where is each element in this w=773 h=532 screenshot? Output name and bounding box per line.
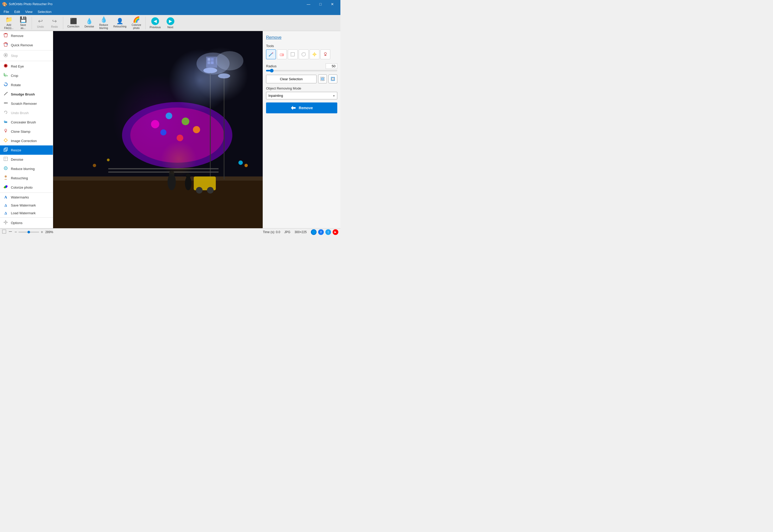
menu-item-quick-remove[interactable]: Quick Remove <box>0 40 53 50</box>
svg-rect-44 <box>53 31 263 228</box>
denoise-tool-button[interactable]: 💧 Denoise <box>82 17 96 29</box>
add-files-button[interactable]: 📁 AddFile(s)... <box>2 15 16 31</box>
menu-item-options[interactable]: Options <box>0 218 53 227</box>
correction-tool-button[interactable]: ⬛ Correction <box>65 17 81 29</box>
app-icon: 🎨 <box>2 2 7 7</box>
clone-menu-icon <box>3 129 8 134</box>
facebook-icon[interactable]: f <box>318 229 324 235</box>
radius-input[interactable] <box>326 63 337 69</box>
menu-item-undo-brush[interactable]: Undo Brush <box>0 108 53 117</box>
radius-slider-thumb[interactable] <box>270 69 274 72</box>
svg-rect-65 <box>108 168 219 169</box>
menu-item-clone[interactable]: Clone Stamp <box>0 127 53 136</box>
svg-point-46 <box>216 51 243 71</box>
canvas-area[interactable] <box>53 31 263 228</box>
reduce-blurring-tool-button[interactable]: 💧 Reduceblurring <box>97 15 110 31</box>
remove-button-icon <box>290 105 296 111</box>
menu-item-colorize[interactable]: Colorize photo <box>0 183 53 192</box>
right-panel: Remove Tools <box>263 31 340 228</box>
menu-item-save-watermark[interactable]: A Save Watermark <box>0 201 53 209</box>
clone-menu-label: Clone Stamp <box>11 130 30 134</box>
watermarks-menu-icon: A <box>3 195 8 199</box>
options-menu-label: Options <box>11 221 23 225</box>
svg-marker-2 <box>4 33 7 34</box>
svg-point-72 <box>196 187 203 194</box>
menu-item-load-watermark[interactable]: A Load Watermark <box>0 209 53 217</box>
zoom-minus[interactable]: − <box>14 230 17 234</box>
svg-point-48 <box>130 108 224 163</box>
menu-item-denoise[interactable]: Denoise <box>0 155 53 164</box>
menu-item-crop[interactable]: Crop <box>0 71 53 80</box>
menu-item-image-correction[interactable]: Image Correction <box>0 136 53 145</box>
svg-point-69 <box>185 176 192 190</box>
zoom-slider-thumb[interactable] <box>27 231 30 233</box>
svg-point-19 <box>6 102 8 104</box>
menu-item-smudge[interactable]: Smudge Brush <box>0 90 53 99</box>
toolbar-separator-1 <box>32 17 32 29</box>
youtube-icon[interactable]: ▶ <box>333 229 338 235</box>
undo-button[interactable]: ↩ Undo <box>34 17 47 29</box>
concealer-menu-icon <box>3 119 8 125</box>
next-icon: ▶ <box>166 17 174 25</box>
menu-item-red-eye[interactable]: Red Eye <box>0 62 53 71</box>
statusbar: − + 289% Time (s): 0.0 JPG 300×225 🌐 f t… <box>0 228 340 235</box>
menu-item-remove[interactable]: Remove <box>0 31 53 40</box>
stamp-tool-button[interactable] <box>320 49 330 59</box>
titlebar: 🎨 SoftOrbits Photo Retoucher Pro — □ ✕ <box>0 0 340 8</box>
retouching-tool-button[interactable]: 👤 Retouching <box>111 17 128 29</box>
svg-rect-78 <box>211 61 214 64</box>
correction-label: Correction <box>67 25 79 28</box>
status-icon-2 <box>8 230 12 234</box>
eraser-tool-button[interactable] <box>277 49 287 59</box>
clear-selection-button[interactable]: Clear Selection <box>266 75 317 83</box>
retouching-label: Retouching <box>113 25 126 28</box>
lasso-tool-button[interactable] <box>299 49 309 59</box>
window-controls: — □ ✕ <box>303 0 338 8</box>
menu-view[interactable]: View <box>23 9 35 14</box>
svg-rect-32 <box>5 148 8 150</box>
website-icon[interactable]: 🌐 <box>311 229 317 235</box>
watermarks-menu-label: Watermarks <box>11 195 29 199</box>
load-watermark-menu-label: Load Watermark <box>11 211 36 215</box>
previous-button[interactable]: ◀ Previous <box>148 16 163 30</box>
menu-selection[interactable]: Selection <box>35 9 54 14</box>
minimize-button[interactable]: — <box>303 0 315 8</box>
menu-item-resize[interactable]: Resize <box>0 145 53 155</box>
menu-item-retouching[interactable]: Retouching <box>0 173 53 183</box>
next-button[interactable]: ▶ Next <box>164 16 177 30</box>
menu-file[interactable]: File <box>1 9 12 14</box>
rect-select-tool-button[interactable] <box>288 49 298 59</box>
twitter-icon[interactable]: t <box>325 229 331 235</box>
maximize-button[interactable]: □ <box>315 0 326 8</box>
redo-button[interactable]: ↪ Redo <box>48 17 61 29</box>
radius-section: Radius <box>266 62 337 71</box>
menu-item-concealer[interactable]: Concealer Brush <box>0 117 53 127</box>
invert-selection-button[interactable] <box>329 75 337 83</box>
svg-marker-3 <box>4 43 8 46</box>
select-all-button[interactable] <box>318 75 327 83</box>
menu-item-watermarks[interactable]: A Watermarks <box>0 193 53 201</box>
retouching-menu-label: Retouching <box>11 176 28 180</box>
menu-edit[interactable]: Edit <box>12 9 23 14</box>
zoom-plus[interactable]: + <box>41 230 43 234</box>
options-menu-icon <box>3 220 8 226</box>
svg-marker-90 <box>314 54 315 55</box>
svg-point-64 <box>93 164 96 167</box>
menu-item-stop[interactable]: Stop <box>0 51 53 60</box>
reduce-blurring-label: Reduceblurring <box>99 24 108 30</box>
svg-point-22 <box>4 121 5 122</box>
save-as-button[interactable]: 💾 Saveas... <box>17 15 30 31</box>
magic-wand-tool-button[interactable] <box>310 49 319 59</box>
svg-rect-77 <box>208 61 210 64</box>
close-button[interactable]: ✕ <box>326 0 338 8</box>
menu-item-rotate[interactable]: Rotate <box>0 80 53 90</box>
zoom-slider[interactable] <box>18 232 39 233</box>
menu-item-scratch[interactable]: Scratch Remover <box>0 99 53 108</box>
svg-point-47 <box>122 102 232 168</box>
tools-row <box>266 49 337 59</box>
colorize-tool-button[interactable]: 🌈 Colorizephoto <box>129 15 143 31</box>
brush-tool-button[interactable] <box>266 49 276 59</box>
menu-item-reduce-blurring[interactable]: Reduce blurring <box>0 164 53 173</box>
remove-button[interactable]: Remove <box>266 102 337 113</box>
object-mode-select[interactable]: Inpainting Content-Aware Fill Patch <box>266 92 337 99</box>
